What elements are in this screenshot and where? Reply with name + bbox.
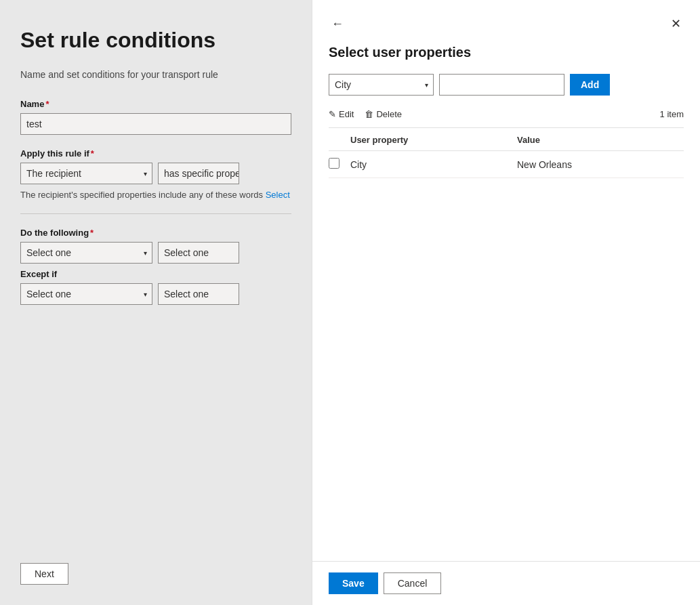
row-value-value: New Orleans (517, 159, 572, 170)
checkbox-col-header (329, 135, 350, 145)
save-button[interactable]: Save (329, 572, 378, 594)
row-checkbox-cell (329, 158, 350, 171)
page-subtitle: Name and set conditions for your transpo… (20, 69, 291, 80)
overlay-footer: Save Cancel (312, 561, 700, 605)
except-if-label: Except if (20, 269, 291, 279)
apply-rule-row: The recipient ▾ has specific prope (20, 163, 291, 184)
do-following-label: Do the following* (20, 228, 291, 238)
table-header: User property Value (329, 128, 684, 151)
edit-button[interactable]: ✎ Edit (329, 106, 354, 122)
property-col-header: User property (350, 135, 517, 145)
do-select2-display: Select one (158, 242, 239, 264)
apply-select[interactable]: The recipient (20, 163, 152, 184)
row-property-value: City (350, 159, 367, 170)
name-input[interactable] (20, 113, 291, 135)
required-star-apply: * (91, 148, 94, 159)
action-bar-left: ✎ Edit 🗑 Delete (329, 106, 402, 122)
row-value-cell: New Orleans (517, 159, 684, 170)
overlay-toolbar: City ▾ Add (329, 74, 684, 96)
do-following-row: Select one ▾ Select one (20, 242, 291, 264)
back-button[interactable]: ← (329, 14, 346, 34)
edit-label: Edit (339, 109, 354, 119)
background-panel: Set rule conditions Name and set conditi… (0, 0, 312, 605)
overlay-header: ← ✕ (329, 14, 684, 34)
overlay-panel: ← ✕ Select user properties City ▾ Add ✎ … (312, 0, 700, 605)
property-select[interactable]: City (329, 74, 434, 96)
apply-hint-link[interactable]: Select (266, 190, 290, 200)
add-button[interactable]: Add (570, 74, 610, 96)
required-star-do: * (90, 228, 94, 238)
do-select-wrap: Select one ▾ (20, 242, 152, 264)
required-star: * (45, 99, 49, 109)
apply-select-wrap: The recipient ▾ (20, 163, 152, 184)
next-button[interactable]: Next (20, 563, 68, 585)
edit-icon: ✎ (329, 109, 336, 119)
apply-hint: The recipient's specified properties inc… (20, 190, 291, 200)
cancel-button[interactable]: Cancel (384, 572, 442, 594)
overlay-title: Select user properties (329, 45, 684, 60)
apply-condition-display: has specific prope (158, 163, 239, 184)
delete-label: Delete (376, 109, 402, 119)
property-select-wrap: City ▾ (329, 74, 434, 96)
value-col-header: Value (517, 135, 684, 145)
delete-button[interactable]: 🗑 Delete (365, 106, 402, 122)
except-select2-display: Select one (158, 283, 239, 305)
do-select[interactable]: Select one (20, 242, 152, 264)
divider-1 (20, 213, 291, 214)
row-property-cell: City (350, 159, 517, 170)
except-if-row: Select one ▾ Select one (20, 283, 291, 305)
row-checkbox[interactable] (329, 158, 339, 169)
item-count: 1 item (660, 109, 684, 119)
name-label: Name* (20, 99, 291, 109)
except-select-wrap: Select one ▾ (20, 283, 152, 305)
except-select[interactable]: Select one (20, 283, 152, 305)
page-title: Set rule conditions (20, 27, 291, 53)
close-button[interactable]: ✕ (668, 14, 684, 34)
action-bar: ✎ Edit 🗑 Delete 1 item (329, 101, 684, 128)
apply-rule-label: Apply this rule if* (20, 148, 291, 159)
value-input[interactable] (439, 74, 564, 96)
table-area: ✎ Edit 🗑 Delete 1 item User property Val… (329, 101, 684, 591)
delete-icon: 🗑 (365, 109, 373, 119)
table-row: City New Orleans (329, 151, 684, 178)
